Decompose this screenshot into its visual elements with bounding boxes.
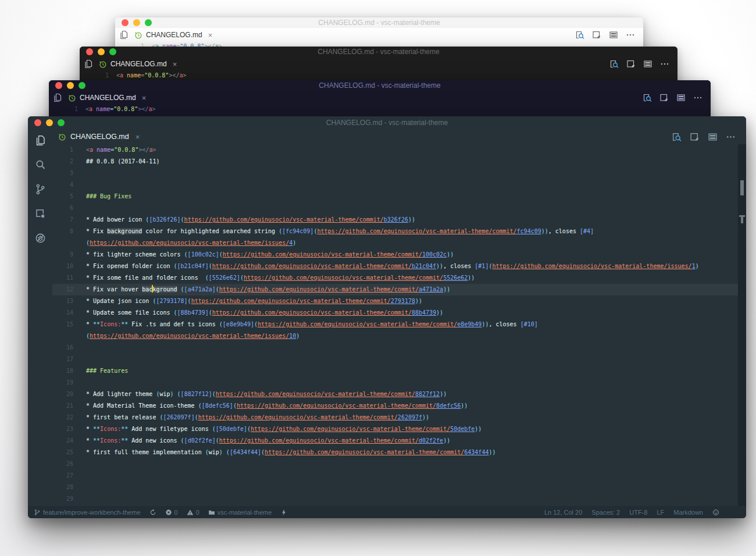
tab-changelog[interactable]: CHANGELOG.md × <box>134 31 212 40</box>
traffic-lights[interactable] <box>34 119 65 126</box>
more-actions-icon[interactable] <box>726 132 736 142</box>
code-row[interactable]: 25* first full theme implementation (wip… <box>52 447 738 458</box>
code-row[interactable]: 12* Fix var hover background ([a471a2a](… <box>52 284 738 295</box>
traffic-lights[interactable] <box>86 48 116 55</box>
link[interactable]: e8e9b49 <box>457 321 482 327</box>
status-item[interactable]: UTF-8 <box>629 509 647 516</box>
status-smiley-item[interactable] <box>712 509 719 516</box>
code-row[interactable]: 15* **Icons:** Fix .ts and def ts icons … <box>52 319 738 330</box>
zoom-window-button[interactable] <box>145 19 152 26</box>
close-icon[interactable]: × <box>208 31 213 39</box>
files-icon[interactable] <box>53 93 62 102</box>
status-lightning-item[interactable] <box>280 509 287 516</box>
close-window-button[interactable] <box>122 19 129 26</box>
link[interactable]: https://github.com/equinusocio/vsc-mater… <box>219 437 419 444</box>
link[interactable]: fc94c09 <box>517 228 541 234</box>
code-row[interactable]: 6 <box>52 202 738 214</box>
link[interactable]: d02f2fe <box>419 437 443 444</box>
code-row[interactable]: 11* Fix some file and folder icons ([552… <box>52 272 738 284</box>
link[interactable]: 262097f <box>398 414 422 420</box>
link[interactable]: https://github.com/equinusocio/vsc-mater… <box>258 321 457 327</box>
more-actions-icon[interactable] <box>693 93 702 102</box>
scrollbar-thumb[interactable] <box>740 180 744 195</box>
link[interactable]: https://github.com/equinusocio/vsc-mater… <box>216 391 415 397</box>
toggle-layout-icon[interactable] <box>609 30 618 40</box>
status-folder-item[interactable]: vsc-material-theme <box>208 509 272 516</box>
code-row[interactable]: 19 <box>52 377 738 389</box>
minimize-window-button[interactable] <box>67 82 74 89</box>
link[interactable]: https://github.com/equinusocio/vsc-mater… <box>317 228 516 234</box>
code-row[interactable]: 7* Add bower icon ([b326f26](https://git… <box>52 214 738 226</box>
status-sync-item[interactable] <box>149 509 156 516</box>
link[interactable]: b21c04f <box>412 263 436 269</box>
close-icon[interactable]: × <box>173 60 177 68</box>
link[interactable]: https://github.com/equinusocio/vsc-mater… <box>492 263 691 269</box>
status-git-branch-item[interactable]: feature/improve-workbench-theme <box>34 509 141 516</box>
files-icon[interactable] <box>84 59 93 69</box>
scrollbar-track[interactable] <box>738 144 746 506</box>
code-row[interactable]: 10* Fix opened folder icon ([b21c04f](ht… <box>52 261 738 272</box>
split-editor-icon[interactable] <box>626 59 636 69</box>
code-row[interactable]: 27 <box>52 470 738 482</box>
link[interactable]: https://github.com/equinusocio/vsc-mater… <box>212 263 412 269</box>
close-icon[interactable]: × <box>142 94 147 102</box>
close-window-button[interactable] <box>34 119 41 126</box>
code-row[interactable]: 22* first beta release ([262097f](https:… <box>52 412 738 423</box>
link[interactable]: https://github.com/equinusocio/vsc-mater… <box>219 286 419 293</box>
activity-extensions-icon[interactable] <box>35 208 46 219</box>
tab-changelog[interactable]: CHANGELOG.md × <box>98 60 177 69</box>
code-row[interactable]: 23* **Icons:** Add new filetype icons ([… <box>52 423 738 435</box>
toggle-layout-icon[interactable] <box>708 132 718 142</box>
link[interactable]: b326f26 <box>384 216 408 223</box>
status-item[interactable]: LF <box>657 509 664 516</box>
code-row[interactable]: 1<a name="0.0.8"></a> <box>52 144 738 156</box>
split-editor-icon[interactable] <box>659 93 669 102</box>
link[interactable]: 5526e62 <box>443 275 468 281</box>
link[interactable]: https://github.com/equinusocio/vsc-mater… <box>251 426 450 432</box>
open-preview-icon[interactable] <box>575 30 584 40</box>
toggle-layout-icon[interactable] <box>676 93 686 102</box>
code-row[interactable]: 16 <box>52 342 738 354</box>
status-item[interactable]: Spaces: 2 <box>591 509 620 516</box>
link[interactable]: 50debfe <box>450 426 475 432</box>
split-editor-icon[interactable] <box>592 30 601 40</box>
code-row[interactable]: 5### Bug Fixes <box>52 191 738 202</box>
link[interactable]: https://github.com/equinusocio/vsc-mater… <box>212 309 412 316</box>
open-preview-icon[interactable] <box>643 93 652 102</box>
traffic-lights[interactable] <box>122 19 152 26</box>
link[interactable]: 2793178 <box>391 298 415 304</box>
open-preview-icon[interactable] <box>672 132 682 142</box>
activity-search-icon[interactable] <box>35 159 46 170</box>
status-warning-item[interactable]: 0 <box>187 509 199 516</box>
code-row[interactable]: 18### Features <box>52 365 738 377</box>
activity-debug-icon[interactable] <box>35 233 46 244</box>
split-editor-icon[interactable] <box>690 132 700 142</box>
link[interactable]: 8defc56 <box>436 402 461 409</box>
close-window-button[interactable] <box>86 48 93 55</box>
code-row[interactable]: 9* fix lighter scheme colors ([100c02c](… <box>52 249 738 261</box>
activity-source-control-icon[interactable] <box>35 184 46 195</box>
code-row[interactable]: (https://github.com/equinusocio/vsc-mate… <box>52 330 738 342</box>
link[interactable]: https://github.com/equinusocio/vsc-mater… <box>198 414 398 420</box>
link[interactable]: 100c02c <box>422 251 447 258</box>
link[interactable]: https://github.com/equinusocio/vsc-mater… <box>244 275 443 281</box>
toggle-layout-icon[interactable] <box>643 59 652 69</box>
link[interactable]: https://github.com/equinusocio/vsc-mater… <box>265 449 464 455</box>
open-preview-icon[interactable] <box>609 59 619 69</box>
code-row[interactable]: 17 <box>52 354 738 365</box>
code-row[interactable]: 21* Add Material Theme icon-theme ([8def… <box>52 400 738 412</box>
close-window-button[interactable] <box>55 82 62 89</box>
link[interactable]: 6434f44 <box>464 449 488 455</box>
close-icon[interactable]: × <box>135 133 140 141</box>
link[interactable]: 10 <box>289 333 296 339</box>
code-line[interactable]: 1 <a name="0.0.8"></a> <box>49 106 711 113</box>
link[interactable]: 8827f12 <box>415 391 440 397</box>
minimize-window-button[interactable] <box>98 48 105 55</box>
code-row[interactable]: 24* **Icons:** Add new icons ([d02f2fe](… <box>52 435 738 447</box>
link[interactable]: https://github.com/equinusocio/vsc-mater… <box>237 402 436 409</box>
traffic-lights[interactable] <box>55 82 85 89</box>
more-actions-icon[interactable] <box>660 59 669 69</box>
code-row[interactable]: 20* Add lighter theme (wip) ([8827f12](h… <box>52 389 738 400</box>
status-item[interactable]: Markdown <box>673 509 703 516</box>
link[interactable]: https://github.com/equinusocio/vsc-mater… <box>191 298 391 304</box>
